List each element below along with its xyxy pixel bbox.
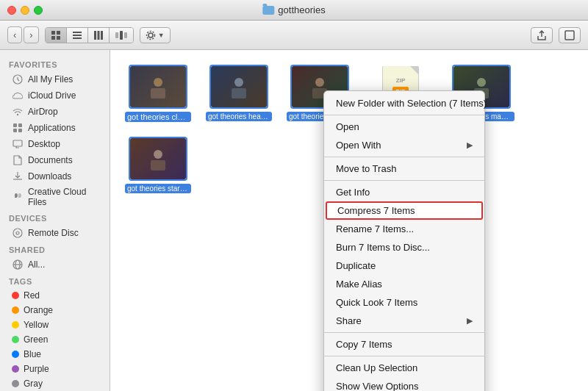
forward-button[interactable]: ›: [24, 26, 38, 43]
ctx-separator-1: [324, 115, 484, 115]
icon-view-icon: [51, 30, 61, 40]
ctx-duplicate[interactable]: Duplicate: [324, 257, 484, 275]
icon-view-button[interactable]: [46, 28, 67, 43]
disc-icon: [12, 227, 24, 239]
ctx-cleanup-label: Clean Up Selection: [336, 362, 417, 373]
sidebar-item-airdrop[interactable]: AirDrop: [3, 104, 107, 120]
zip-icon-label: ZIP: [396, 77, 405, 84]
sidebar-item-icloud-drive[interactable]: iCloud Drive: [3, 87, 107, 104]
svg-rect-5: [73, 35, 82, 36]
ctx-get-info-label: Get Info: [336, 187, 370, 198]
green-tag-dot: [12, 336, 19, 343]
sidebar-item-all-shared[interactable]: All...: [3, 257, 107, 273]
coverflow-view-button[interactable]: [110, 28, 133, 43]
sidebar-item-all-my-files[interactable]: All My Files: [3, 71, 107, 87]
context-menu: New Folder with Selection (7 Items) Open…: [323, 90, 485, 391]
purple-tag-dot: [12, 365, 19, 373]
ctx-cleanup[interactable]: Clean Up Selection: [324, 359, 484, 377]
toolbar: ‹ ›: [0, 21, 588, 50]
svg-rect-11: [120, 31, 123, 40]
arrange-icon: [564, 30, 575, 40]
list-view-button[interactable]: [67, 28, 88, 43]
traffic-lights: [7, 6, 43, 15]
ctx-copy[interactable]: Copy 7 Items: [324, 335, 484, 354]
sidebar-label-airdrop: AirDrop: [28, 107, 58, 117]
sidebar-item-applications[interactable]: Applications: [3, 120, 107, 136]
sidebar-item-remote-disc[interactable]: Remote Disc: [3, 225, 107, 241]
minimize-button[interactable]: [21, 6, 29, 15]
svg-rect-31: [232, 88, 246, 98]
column-view-button[interactable]: [88, 28, 110, 43]
sidebar-item-tag-blue[interactable]: Blue: [3, 347, 107, 362]
svg-point-23: [13, 229, 22, 237]
svg-rect-8: [97, 31, 99, 40]
ctx-burn[interactable]: Burn 7 Items to Disc...: [324, 238, 484, 257]
ctx-share-label: Share: [336, 315, 362, 326]
ctx-share[interactable]: Share ▶: [324, 312, 484, 330]
ctx-make-alias[interactable]: Make Alias: [324, 275, 484, 293]
ctx-move-trash[interactable]: Move to Trash: [324, 159, 484, 178]
sidebar-item-tag-yellow[interactable]: Yellow: [3, 318, 107, 332]
share-button[interactable]: [531, 27, 553, 43]
ctx-view-options[interactable]: Show View Options: [324, 377, 484, 391]
maximize-button[interactable]: [34, 6, 43, 15]
sidebar-label-documents: Documents: [28, 155, 73, 165]
ctx-rename[interactable]: Rename 7 Items...: [324, 220, 484, 238]
ctx-open[interactable]: Open: [324, 118, 484, 136]
file-item-5[interactable]: got theories stark st...: [125, 137, 191, 193]
ctx-get-info[interactable]: Get Info: [324, 183, 484, 201]
svg-point-36: [154, 150, 162, 159]
sidebar-label-cc: Creative Cloud Files: [28, 187, 98, 207]
share-icon: [537, 30, 547, 40]
blue-tag-dot: [12, 351, 19, 358]
ctx-open-with[interactable]: Open With ▶: [324, 136, 484, 154]
svg-rect-20: [13, 129, 17, 132]
sidebar-item-tag-green[interactable]: Green: [3, 332, 107, 347]
globe-icon: [12, 259, 24, 270]
svg-rect-0: [51, 31, 55, 35]
sidebar-item-desktop[interactable]: Desktop: [3, 136, 107, 152]
file-label-1: got theories cleganebowl.jpg: [125, 112, 191, 122]
sidebar-item-creative-cloud[interactable]: Creative Cloud Files: [3, 184, 107, 209]
ctx-compress[interactable]: Compress 7 Items: [326, 201, 483, 220]
svg-rect-22: [13, 140, 22, 146]
sidebar-label-all-my-files: All My Files: [28, 74, 73, 85]
nav-buttons: ‹ ›: [7, 26, 39, 43]
sidebar-item-downloads[interactable]: Downloads: [3, 168, 107, 184]
sidebar-item-tag-gray[interactable]: Gray: [3, 376, 107, 391]
action-button[interactable]: ▼: [140, 27, 171, 43]
svg-point-34: [477, 78, 486, 87]
svg-rect-21: [18, 129, 22, 132]
sidebar-item-tag-purple[interactable]: Purple: [3, 362, 107, 376]
ctx-duplicate-label: Duplicate: [336, 260, 376, 271]
back-button[interactable]: ‹: [7, 26, 22, 43]
view-toggle-group: [45, 27, 134, 43]
column-view-icon: [93, 30, 104, 40]
ctx-view-options-label: Show View Options: [336, 381, 419, 391]
file-item-2[interactable]: got theories header.jpg: [206, 65, 272, 122]
file-area: got theories cleganebowl.jpg got theorie…: [110, 50, 588, 391]
sidebar-item-tag-orange[interactable]: Orange: [3, 303, 107, 318]
tag-label-gray: Gray: [24, 379, 43, 389]
download-icon: [12, 171, 24, 182]
ctx-copy-label: Copy 7 Items: [336, 339, 392, 350]
ctx-new-folder[interactable]: New Folder with Selection (7 Items): [324, 94, 484, 112]
svg-rect-1: [57, 31, 60, 35]
sidebar-item-documents[interactable]: Documents: [3, 152, 107, 168]
sidebar-label-remote-disc: Remote Disc: [28, 228, 79, 238]
ctx-open-with-arrow: ▶: [467, 140, 473, 150]
svg-rect-19: [18, 123, 22, 127]
arrange-button[interactable]: [559, 27, 581, 43]
svg-point-28: [154, 78, 162, 87]
ctx-quick-look[interactable]: Quick Look 7 Items: [324, 293, 484, 312]
file-item-1[interactable]: got theories cleganebowl.jpg: [125, 65, 191, 122]
tag-label-yellow: Yellow: [24, 320, 49, 330]
favorites-header: Favorites: [0, 56, 110, 71]
svg-point-17: [17, 114, 18, 115]
sidebar-item-tag-red[interactable]: Red: [3, 288, 107, 303]
close-button[interactable]: [7, 6, 16, 15]
file-thumb-2: [209, 65, 268, 109]
svg-rect-12: [124, 32, 127, 38]
devices-header: Devices: [0, 209, 110, 225]
file-image-2: [211, 66, 267, 107]
